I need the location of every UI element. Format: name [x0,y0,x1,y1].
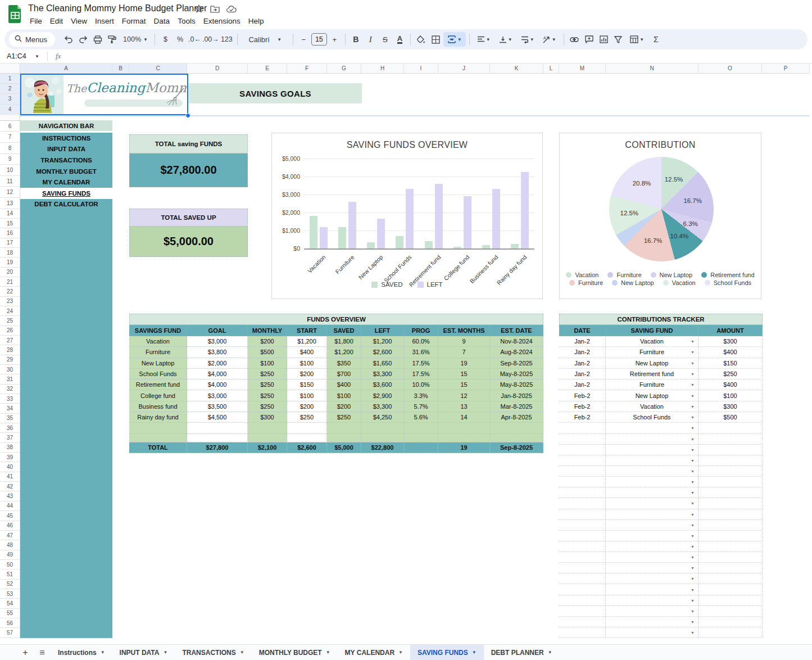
merge-cells-button[interactable]: ▼ [443,32,466,47]
menu-edit[interactable]: Edit [46,16,67,26]
row-header-51[interactable]: 51 [0,569,20,579]
contrib-cell[interactable]: ▼ [606,573,698,584]
menus-search-button[interactable]: Menus [9,32,55,47]
contrib-cell[interactable]: ▼ [606,434,698,445]
contrib-cell[interactable]: New Laptop▼ [606,358,698,369]
column-header-P[interactable]: P [762,64,810,74]
contrib-cell[interactable]: ▼ [606,498,698,509]
contrib-cell[interactable]: ▼ [606,423,698,433]
menu-format[interactable]: Format [118,16,150,26]
print-icon[interactable] [90,32,105,47]
menu-view[interactable]: View [67,16,91,26]
fund-dropdown-icon[interactable]: ▼ [691,501,695,505]
contrib-cell[interactable]: Vacation▼ [606,336,698,347]
row-header-11[interactable]: 11 [0,176,20,187]
row-header-40[interactable]: 40 [0,462,20,472]
zoom-select[interactable]: 100%▼ [120,32,151,47]
insert-link-button[interactable] [568,32,582,47]
fill-color-button[interactable] [414,32,428,47]
add-sheet-button[interactable]: + [17,648,34,658]
menu-tools[interactable]: Tools [174,16,199,26]
fund-dropdown-icon[interactable]: ▼ [691,544,695,548]
cloud-saved-icon[interactable] [226,5,237,15]
bold-button[interactable]: B [349,32,363,47]
fund-dropdown-icon[interactable]: ▼ [691,458,695,462]
sheet-tab-input-data[interactable]: INPUT DATA▼ [112,645,175,660]
contrib-cell[interactable]: ▼ [606,531,698,541]
contribution-chart[interactable]: CONTRIBUTION 12.5%16.7%6.3%10.4%16.7%12.… [559,133,761,299]
contrib-cell[interactable]: ▼ [606,541,698,552]
insert-comment-button[interactable] [582,32,596,47]
column-header-B[interactable]: B [112,64,129,74]
fund-dropdown-icon[interactable]: ▼ [691,555,695,559]
contrib-cell[interactable]: ▼ [606,563,698,573]
sheet-tab-instructions[interactable]: Instructions▼ [51,645,112,660]
increase-decimal-button[interactable]: .00→ [202,32,219,47]
fund-dropdown-icon[interactable]: ▼ [691,620,695,623]
row-header-47[interactable]: 47 [0,531,20,540]
sidebar-item-instructions[interactable]: INSTRUCTIONS [20,133,112,144]
move-to-folder-icon[interactable] [210,5,220,15]
fund-dropdown-icon[interactable]: ▼ [691,415,695,419]
row-header-41[interactable]: 41 [0,472,20,482]
sidebar-item-saving-funds[interactable]: SAVING FUNDS [20,188,112,199]
sheet-tab-menu-icon[interactable]: ▼ [163,650,167,655]
contrib-cell[interactable]: ▼ [606,595,698,606]
row-header-3[interactable]: 3 [0,94,20,104]
row-header-35[interactable]: 35 [0,414,20,423]
fund-dropdown-icon[interactable]: ▼ [691,404,695,408]
row-header-17[interactable]: 17 [0,238,20,248]
undo-button[interactable] [61,32,75,47]
column-header-J[interactable]: J [438,64,490,74]
sheets-logo-icon[interactable] [8,5,22,25]
row-header-49[interactable]: 49 [0,550,20,560]
menu-help[interactable]: Help [244,16,268,26]
sheet-tab-menu-icon[interactable]: ▼ [240,650,244,655]
menu-insert[interactable]: Insert [91,16,118,26]
fund-dropdown-icon[interactable]: ▼ [691,437,695,441]
fund-dropdown-icon[interactable]: ▼ [691,383,695,387]
row-header-23[interactable]: 23 [0,297,20,306]
row-header-22[interactable]: 22 [0,287,20,296]
sheet-tab-monthly-budget[interactable]: MONTHLY BUDGET▼ [252,645,338,660]
contrib-cell[interactable]: ▼ [606,520,698,531]
italic-button[interactable]: I [364,32,378,47]
text-color-button[interactable]: A [397,35,402,44]
row-header-57[interactable]: 57 [0,628,20,638]
column-header-O[interactable]: O [698,64,762,74]
contrib-cell[interactable]: ▼ [606,477,698,487]
text-wrap-button[interactable]: ▼ [517,32,538,47]
fund-dropdown-icon[interactable]: ▼ [691,598,695,602]
row-header-8[interactable]: 8 [0,143,20,154]
row-header-21[interactable]: 21 [0,277,20,287]
row-header-48[interactable]: 48 [0,540,20,550]
row-header-30[interactable]: 30 [0,365,20,374]
sheet-tab-saving-funds[interactable]: SAVING FUNDS▼ [410,645,484,660]
row-header-42[interactable]: 42 [0,482,20,491]
row-header-31[interactable]: 31 [0,374,20,384]
row-header-45[interactable]: 45 [0,511,20,521]
row-header-50[interactable]: 50 [0,560,20,569]
column-header-K[interactable]: K [490,64,543,74]
row-header-44[interactable]: 44 [0,501,20,511]
row-header-19[interactable]: 19 [0,257,20,267]
contrib-cell[interactable]: Vacation▼ [606,401,698,412]
contrib-cell[interactable]: ▼ [606,617,698,627]
vertical-align-button[interactable]: ▼ [495,32,516,47]
contrib-cell[interactable]: ▼ [606,445,698,455]
contrib-cell[interactable]: Retirement fund▼ [606,369,698,379]
column-header-G[interactable]: G [327,64,361,74]
column-header-A[interactable]: A [20,64,112,74]
fund-dropdown-icon[interactable]: ▼ [691,566,695,570]
row-header-36[interactable]: 36 [0,423,20,433]
row-header-39[interactable]: 39 [0,453,20,462]
row-header-32[interactable]: 32 [0,385,20,394]
logo-image-selection[interactable]: TheCleaningMommy [20,74,188,115]
column-header-F[interactable]: F [287,64,327,74]
all-sheets-menu-button[interactable]: ≡ [34,648,51,658]
row-header-25[interactable]: 25 [0,316,20,326]
contrib-cell[interactable]: School Funds▼ [606,412,698,423]
fund-dropdown-icon[interactable]: ▼ [691,340,695,343]
row-header-28[interactable]: 28 [0,345,20,355]
row-header-1[interactable]: 1 [0,74,20,84]
